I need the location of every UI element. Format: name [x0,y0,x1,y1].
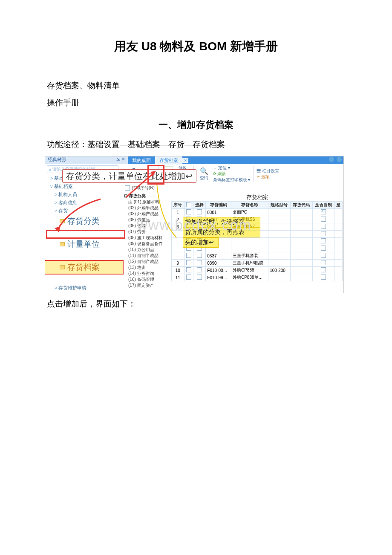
subtitle-2: 操作手册 [47,97,345,108]
nav-sidebar: ⌕ 请输入您要搜索的功能 > 基本信息v 基础档案> 机构人员> 客商信息v 存… [45,164,123,293]
help-icon[interactable] [337,157,342,162]
sidebar-item[interactable]: > 机构人员 [45,191,123,199]
table-row[interactable]: 10F010-00…外购CP888100-200 [172,267,343,274]
dropdown-icon[interactable] [329,157,334,162]
note-icon [60,265,65,269]
sort-checkbox[interactable] [125,185,130,191]
sidebar-item[interactable]: v 存货 [45,207,123,215]
note-icon [60,242,65,246]
table-row[interactable]: 0337三星手机套装 [172,252,343,260]
sidebar-item[interactable]: > 财务 [45,292,123,293]
sidebar-item[interactable]: v 基础档案 [45,182,123,191]
section-1-heading: 一、增加存货档案 [47,119,345,131]
sidebar-title: 经典树形 [48,156,66,164]
sidebar-item[interactable]: 存货档案 [45,261,123,274]
col-option-stack[interactable]: ☰ 栏目设置 ✂ 选项 [257,168,279,180]
note-icon [60,219,65,223]
highlight-annotation-1: 增加存货时，先选择存 [183,217,260,227]
table-row[interactable]: 90390三星手机S6贴膜 [172,260,343,267]
pin-close-icons[interactable]: ⇲ ✕ [116,156,125,164]
tab-close-icon[interactable]: × [182,158,188,163]
table-row[interactable]: 10301桌面PC [172,209,343,216]
screenshot-container: 经典树形 ⇲ ✕ 我的桌面 存货档案 × ⌕ 请输入您要搜索的功能 > 基本信息… [45,156,344,293]
locate-refresh-stack[interactable]: → 定位 ▾ ⟳ 刷新 条码标签打印模板 ▾ [213,165,251,183]
window-controls [329,157,342,162]
page-title: 存货档案 [171,192,343,201]
sort-label: 打印序号(N) [132,185,155,191]
sidebar-item[interactable]: > 客商信息 [45,199,123,207]
search-icon: ⌕ [49,167,51,172]
sidebar-item[interactable]: > 存货维护申请 [45,284,123,292]
highlight-annotation-3: 头的增加↩ [183,237,219,248]
function-path: 功能途径：基础设置—基础档案—存货—存货档案 [47,139,345,150]
highlight-annotation-2: 货所属的分类，再点表 [183,227,260,237]
doc-title: 用友 U8 物料及 BOM 新增手册 [47,38,345,55]
sort-row: 打印序号(N) [123,184,343,192]
table-header-row: 序号 选择 存货编码 存货名称 规格型号 存货代码 是否自制 是 [172,202,343,209]
tab-inventory-archive[interactable]: 存货档案 [155,156,182,165]
tab-my-desktop[interactable]: 我的桌面 [128,156,155,165]
query-button[interactable]: 🔍查询 [197,166,211,182]
sidebar-item[interactable]: 存货分类 [45,215,123,228]
subtitle-1: 存货档案、物料清单 [47,80,345,91]
sidebar-item[interactable]: 计量单位 [45,238,123,251]
category-tree[interactable]: ⊟ 存货分类 由 (01) 原辅材料 (02) 外购半成品 (03) 外购产成品… [123,192,171,293]
table-row[interactable]: 11F010-99…外购CP888单… [172,274,343,281]
sidebar-list: > 基本信息v 基础档案> 机构人员> 客商信息v 存货 存货分类 计量单位 存… [45,174,123,293]
after-text: 点击增加后，界面如下： [47,298,345,309]
balloon-annotation: 存货分类，计量单位在此处增加↩ [62,169,196,183]
main-panel: 🖨打印 ⤓ 输出 ＋增加 修改 批改 ▾ 删除 🔍查询 → 定位 ▾ ⟳ 刷新 … [123,164,343,293]
left-bar-header: 经典树形 ⇲ ✕ [45,156,128,164]
